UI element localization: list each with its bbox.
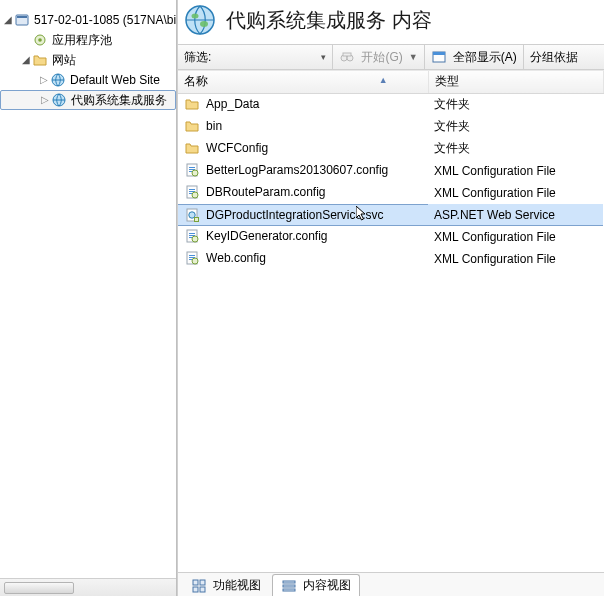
globe-icon — [51, 92, 67, 108]
tab-content-view[interactable]: 内容视图 — [272, 574, 360, 596]
folder-icon — [32, 52, 48, 68]
tree-label: 应用程序池 — [50, 30, 112, 50]
tree-label: 代购系统集成服务 — [69, 90, 167, 110]
globe-icon — [50, 72, 66, 88]
file-list-container: 名称 ▲ 类型 App_Data文件夹bin文件夹WCFConfig文件夹Bet… — [178, 70, 604, 572]
column-header-row: 名称 ▲ 类型 — [178, 71, 603, 93]
expand-icon[interactable]: ▷ — [38, 70, 50, 90]
tree-node-sites[interactable]: ◢ 网站 — [0, 50, 176, 70]
file-name: DBRouteParam.config — [206, 185, 325, 199]
config-icon — [184, 184, 200, 200]
filter-label: 筛选: — [184, 49, 211, 66]
type-cell: 文件夹 — [428, 138, 603, 160]
server-icon — [14, 12, 30, 28]
gear-icon — [32, 32, 48, 48]
table-row[interactable]: Web.configXML Configuration File — [178, 248, 603, 270]
table-row[interactable]: App_Data文件夹 — [178, 93, 603, 116]
type-cell: XML Configuration File — [428, 226, 603, 248]
tab-label: 内容视图 — [303, 577, 351, 594]
tree-label: Default Web Site — [68, 70, 160, 90]
scrollbar-thumb[interactable] — [4, 582, 74, 594]
table-row[interactable]: BetterLogParams20130607.configXML Config… — [178, 160, 603, 182]
globe-icon — [184, 4, 216, 36]
folder-icon — [184, 118, 200, 134]
chevron-down-icon[interactable]: ▼ — [409, 52, 418, 62]
name-cell[interactable]: bin — [178, 116, 428, 138]
file-name: BetterLogParams20130607.config — [206, 163, 388, 177]
table-row[interactable]: WCFConfig文件夹 — [178, 138, 603, 160]
name-cell[interactable]: App_Data — [178, 94, 428, 116]
name-cell[interactable]: WCFConfig — [178, 138, 428, 160]
features-icon — [191, 578, 207, 594]
sort-indicator-icon: ▲ — [379, 75, 388, 85]
start-label: 开始(G) — [361, 49, 402, 66]
folder-icon — [184, 96, 200, 112]
type-cell: ASP.NET Web Service — [428, 204, 603, 226]
type-cell: 文件夹 — [428, 93, 603, 116]
file-name: Web.config — [206, 251, 266, 265]
file-name: bin — [206, 119, 222, 133]
tree-label: 517-02-01-1085 (517NA\bi — [32, 10, 176, 30]
tree-node-default-site[interactable]: ▷ Default Web Site — [0, 70, 176, 90]
file-name: KeyIDGenerator.config — [206, 229, 327, 243]
tab-label: 功能视图 — [213, 577, 261, 594]
name-cell[interactable]: DGProductIntegrationService.svc — [178, 204, 428, 226]
connections-tree[interactable]: ◢ 517-02-01-1085 (517NA\bi 应用程序池 — [0, 0, 176, 578]
view-tabs: 功能视图 内容视图 — [178, 572, 604, 596]
table-row[interactable]: bin文件夹 — [178, 116, 603, 138]
svc-icon — [184, 207, 200, 223]
type-cell: XML Configuration File — [428, 182, 603, 204]
folder-icon — [184, 140, 200, 156]
name-cell[interactable]: BetterLogParams20130607.config — [178, 160, 428, 182]
config-icon — [184, 162, 200, 178]
file-name: WCFConfig — [206, 141, 268, 155]
table-row[interactable]: DGProductIntegrationService.svcASP.NET W… — [178, 204, 603, 226]
table-row[interactable]: KeyIDGenerator.configXML Configuration F… — [178, 226, 603, 248]
name-cell[interactable]: DBRouteParam.config — [178, 182, 428, 204]
table-row[interactable]: DBRouteParam.configXML Configuration Fil… — [178, 182, 603, 204]
collapse-icon[interactable]: ◢ — [2, 10, 14, 30]
expand-icon[interactable]: ▷ — [39, 90, 51, 110]
content-header: 代购系统集成服务 内容 — [178, 0, 604, 44]
group-by-button[interactable]: 分组依据 — [524, 45, 584, 69]
tree-horizontal-scrollbar[interactable] — [0, 578, 176, 596]
chevron-down-icon[interactable]: ▾ — [321, 52, 326, 62]
iis-manager-window: ◢ 517-02-01-1085 (517NA\bi 应用程序池 — [0, 0, 604, 596]
collapse-icon[interactable]: ◢ — [20, 50, 32, 70]
config-icon — [184, 228, 200, 244]
tree-label: 网站 — [50, 50, 76, 70]
tree-node-selected-site[interactable]: ▷ 代购系统集成服务 — [0, 90, 176, 110]
connections-tree-pane: ◢ 517-02-01-1085 (517NA\bi 应用程序池 — [0, 0, 177, 596]
type-cell: 文件夹 — [428, 116, 603, 138]
list-icon — [281, 578, 297, 594]
column-header-name[interactable]: 名称 ▲ — [178, 71, 428, 93]
file-name: DGProductIntegrationService.svc — [206, 208, 383, 222]
column-label: 名称 — [184, 74, 208, 88]
tree-node-app-pools[interactable]: 应用程序池 — [0, 30, 176, 50]
start-button[interactable]: 开始(G) ▼ — [333, 45, 424, 69]
name-cell[interactable]: Web.config — [178, 248, 428, 270]
content-pane: 代购系统集成服务 内容 筛选: ▾ 开始(G) ▼ 全部显示(A) 分组依据 — [178, 0, 604, 596]
column-header-type[interactable]: 类型 — [428, 71, 603, 93]
column-label: 类型 — [435, 74, 459, 88]
tree-node-server[interactable]: ◢ 517-02-01-1085 (517NA\bi — [0, 10, 176, 30]
binoculars-icon — [339, 49, 355, 65]
file-name: App_Data — [206, 97, 259, 111]
config-icon — [184, 250, 200, 266]
file-list[interactable]: 名称 ▲ 类型 App_Data文件夹bin文件夹WCFConfig文件夹Bet… — [178, 71, 604, 270]
show-all-button[interactable]: 全部显示(A) — [425, 45, 524, 69]
content-toolbar: 筛选: ▾ 开始(G) ▼ 全部显示(A) 分组依据 — [178, 44, 604, 70]
type-cell: XML Configuration File — [428, 248, 603, 270]
page-title: 代购系统集成服务 内容 — [226, 7, 432, 34]
show-all-label: 全部显示(A) — [453, 49, 517, 66]
filter-segment: 筛选: ▾ — [178, 45, 333, 69]
tab-features-view[interactable]: 功能视图 — [182, 574, 270, 596]
type-cell: XML Configuration File — [428, 160, 603, 182]
group-by-label: 分组依据 — [530, 49, 578, 66]
show-all-icon — [431, 49, 447, 65]
name-cell[interactable]: KeyIDGenerator.config — [178, 226, 428, 248]
filter-input[interactable] — [215, 49, 315, 65]
